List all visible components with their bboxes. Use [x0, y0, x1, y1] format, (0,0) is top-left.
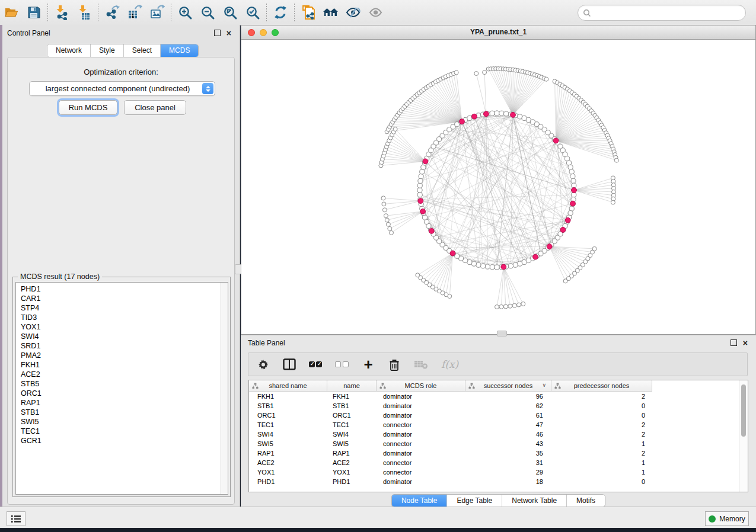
save-session-button[interactable] [23, 2, 45, 23]
export-network-button[interactable] [101, 2, 123, 23]
network-node[interactable] [393, 127, 397, 131]
global-search-field[interactable] [578, 5, 746, 21]
mcds-node[interactable] [553, 138, 559, 143]
tab-network-table[interactable]: Network Table [502, 495, 567, 507]
network-node[interactable] [417, 183, 422, 188]
mcds-result-item[interactable]: PHD1 [16, 284, 221, 294]
table-row[interactable]: ORC1ORC1dominator610 [249, 411, 652, 420]
network-node[interactable] [521, 302, 525, 306]
new-column-button[interactable]: + [362, 357, 375, 372]
memory-button[interactable]: Memory [705, 511, 749, 526]
zoom-selected-button[interactable] [241, 2, 264, 23]
delete-column-button[interactable] [388, 357, 401, 372]
table-cell[interactable]: connector [377, 420, 465, 430]
table-scrollbar[interactable] [739, 380, 748, 492]
network-node[interactable] [518, 261, 522, 266]
table-cell[interactable]: dominator [377, 430, 465, 439]
deselect-all-button[interactable] [335, 357, 349, 372]
horizontal-splitter-handle[interactable] [497, 331, 507, 336]
network-node[interactable] [513, 262, 518, 267]
table-cell[interactable]: RAP1 [249, 448, 327, 458]
table-cell[interactable]: FKH1 [249, 392, 327, 401]
mcds-result-item[interactable]: FKH1 [16, 360, 221, 370]
table-cell[interactable]: 1 [551, 467, 652, 477]
close-panel-button[interactable]: Close panel [124, 100, 186, 115]
table-cell[interactable]: YOX1 [327, 467, 377, 477]
mcds-node[interactable] [484, 111, 489, 117]
table-cell[interactable]: STB1 [327, 401, 377, 411]
mcds-result-item[interactable]: GCR1 [16, 436, 221, 446]
mcds-result-item[interactable]: PMA2 [16, 351, 221, 360]
network-node[interactable] [517, 303, 521, 307]
table-cell[interactable]: connector [377, 467, 465, 477]
network-canvas[interactable] [241, 39, 755, 334]
table-cell[interactable]: SWI5 [249, 439, 327, 448]
table-cell[interactable]: 46 [465, 430, 551, 439]
tab-node-table[interactable]: Node Table [392, 495, 448, 507]
network-node[interactable] [490, 265, 495, 270]
table-cell[interactable]: TEC1 [327, 420, 377, 430]
network-node[interactable] [388, 226, 392, 230]
table-cell[interactable]: RAP1 [327, 448, 377, 458]
network-node[interactable] [382, 202, 386, 206]
import-table-button[interactable] [73, 2, 95, 23]
table-cell[interactable]: 43 [465, 439, 551, 448]
network-node[interactable] [384, 214, 388, 218]
table-cell[interactable]: dominator [377, 411, 465, 420]
vertical-splitter-handle[interactable] [235, 264, 241, 274]
table-cell[interactable]: ORC1 [327, 411, 377, 420]
network-node[interactable] [569, 169, 574, 174]
mcds-result-item[interactable]: RAP1 [16, 398, 221, 408]
search-input[interactable] [591, 7, 745, 19]
zoom-out-button[interactable] [196, 2, 219, 23]
table-cell[interactable]: 2 [551, 392, 652, 401]
column-header-name[interactable]: name [327, 380, 377, 392]
mcds-node[interactable] [501, 264, 506, 270]
select-first-neighbors-button[interactable] [320, 2, 342, 23]
column-header-shared-name[interactable]: shared name [249, 380, 327, 392]
optimization-criterion-select[interactable]: largest connected component (undirected) [29, 81, 215, 96]
export-table-button[interactable] [123, 2, 146, 23]
network-node[interactable] [572, 193, 576, 197]
network-node[interactable] [381, 196, 385, 200]
network-node[interactable] [495, 265, 499, 270]
float-table-panel-icon[interactable] [731, 339, 737, 346]
table-cell[interactable]: dominator [377, 392, 465, 401]
table-cell[interactable]: 62 [465, 401, 551, 411]
mcds-node[interactable] [547, 244, 552, 249]
tab-motifs[interactable]: Motifs [567, 495, 605, 507]
mcds-node[interactable] [423, 159, 428, 164]
network-node[interactable] [389, 230, 393, 235]
network-node[interactable] [563, 279, 567, 283]
mcds-result-item[interactable]: STP4 [16, 303, 221, 313]
mcds-result-item[interactable]: TEC1 [16, 427, 221, 436]
table-cell[interactable]: FKH1 [327, 392, 377, 401]
network-node[interactable] [485, 264, 490, 269]
table-row[interactable]: SWI5SWI5connector431 [249, 439, 652, 448]
close-panel-icon[interactable]: × [227, 30, 231, 36]
network-node[interactable] [569, 206, 574, 211]
mcds-result-item[interactable]: CAR1 [16, 294, 221, 303]
network-node[interactable] [611, 200, 615, 204]
hide-selected-button[interactable] [342, 2, 365, 23]
network-node[interactable] [503, 305, 508, 309]
mcds-result-item[interactable]: ACE2 [16, 370, 221, 379]
table-cell[interactable]: STB1 [249, 401, 327, 411]
run-mcds-button[interactable]: Run MCDS [59, 100, 117, 115]
tab-select[interactable]: Select [124, 44, 161, 57]
mcds-result-item[interactable]: TID3 [16, 313, 221, 322]
network-node[interactable] [495, 305, 499, 309]
network-node[interactable] [416, 273, 420, 277]
mcds-result-item[interactable]: YOX1 [16, 322, 221, 332]
network-node[interactable] [504, 111, 509, 116]
network-node[interactable] [417, 188, 422, 193]
table-cell[interactable]: ACE2 [327, 458, 377, 467]
column-header-MCDS-role[interactable]: MCDS role [377, 380, 465, 392]
table-cell[interactable]: 18 [465, 477, 551, 486]
mcds-node[interactable] [472, 114, 477, 119]
apply-layout-button[interactable] [269, 2, 292, 23]
tab-mcds[interactable]: MCDS [161, 44, 198, 57]
table-cell[interactable]: 61 [465, 411, 551, 420]
select-all-button[interactable] [309, 357, 322, 372]
table-cell[interactable]: 47 [465, 420, 551, 430]
